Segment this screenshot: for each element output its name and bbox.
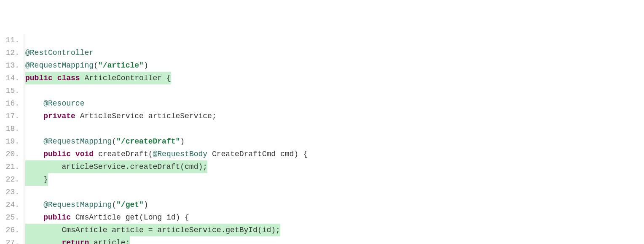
- line-number: 19.: [0, 135, 21, 148]
- line-number: 22.: [0, 173, 21, 186]
- code-line: [24, 186, 644, 198]
- code-line: @RequestMapping("/createDraft"): [24, 135, 644, 148]
- line-number: 18.: [0, 122, 21, 135]
- code-line: [24, 34, 644, 46]
- code-line: public class ArticleController {: [24, 72, 644, 84]
- code-content[interactable]: @RestController@RequestMapping("/article…: [24, 34, 644, 244]
- code-line: articleService.createDraft(cmd);: [24, 160, 644, 173]
- code-line: @RestController: [24, 46, 644, 59]
- line-number: 24.: [0, 198, 21, 211]
- code-line: private ArticleService articleService;: [24, 110, 644, 122]
- code-line: }: [24, 173, 644, 186]
- line-number: 21.: [0, 160, 21, 173]
- line-number: 15.: [0, 84, 21, 97]
- code-line: [24, 84, 644, 97]
- line-number: 16.: [0, 97, 21, 110]
- line-number: 25.: [0, 211, 21, 224]
- code-line: return article;: [24, 236, 644, 244]
- code-line: @Resource: [24, 97, 644, 110]
- line-number: 23.: [0, 186, 21, 198]
- code-line: [24, 122, 644, 135]
- code-editor: 11.12.13.14.15.16.17.18.19.20.21.22.23.2…: [0, 34, 644, 244]
- line-number: 14.: [0, 72, 21, 84]
- code-line: @RequestMapping("/get"): [24, 198, 644, 211]
- line-number: 11.: [0, 34, 21, 46]
- line-number: 20.: [0, 148, 21, 160]
- line-number: 17.: [0, 110, 21, 122]
- line-number: 12.: [0, 46, 21, 59]
- line-number: 26.: [0, 224, 21, 236]
- code-line: @RequestMapping("/article"): [24, 59, 644, 72]
- code-line: CmsArticle article = articleService.getB…: [24, 224, 644, 236]
- code-line: public void createDraft(@RequestBody Cre…: [24, 148, 644, 160]
- line-number-gutter: 11.12.13.14.15.16.17.18.19.20.21.22.23.2…: [0, 34, 24, 244]
- code-line: public CmsArticle get(Long id) {: [24, 211, 644, 224]
- line-number: 13.: [0, 59, 21, 72]
- line-number: 27.: [0, 236, 21, 244]
